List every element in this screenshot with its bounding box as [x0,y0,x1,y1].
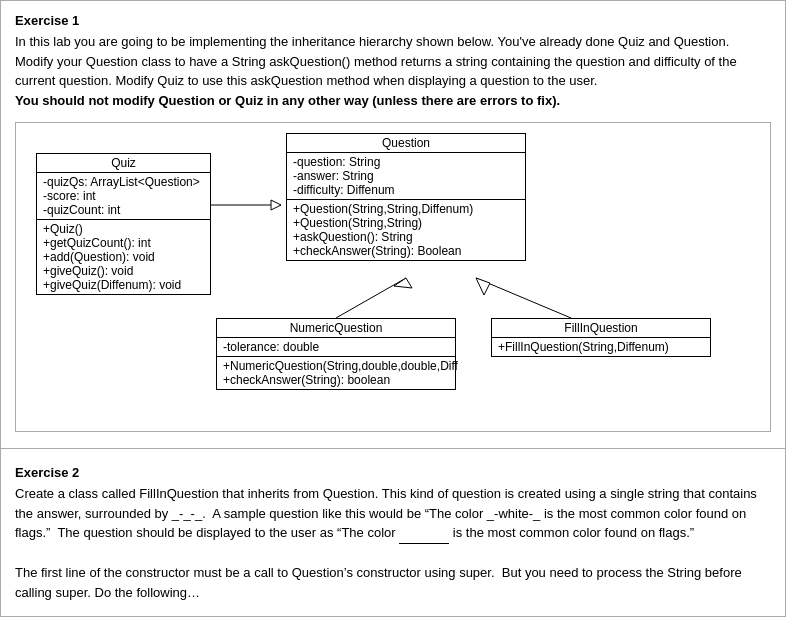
numeric-attributes: -tolerance: double [217,338,455,357]
quiz-method-2: +getQuizCount(): int [43,236,204,250]
svg-line-3 [336,278,406,318]
numeric-method-2: +checkAnswer(String): boolean [223,373,449,387]
quiz-attributes: -quizQs: ArrayList<Question> -score: int… [37,173,210,220]
numeric-title: NumericQuestion [217,319,455,338]
question-attr-1: -question: String [293,155,519,169]
quiz-uml-box: Quiz -quizQs: ArrayList<Question> -score… [36,153,211,295]
quiz-attr-3: -quizCount: int [43,203,204,217]
svg-marker-2 [271,200,281,210]
question-method-1: +Question(String,String,Diffenum) [293,202,519,216]
question-uml-box: Question -question: String -answer: Stri… [286,133,526,261]
exercise1-para2: Modify your Question class to have a Str… [15,52,771,91]
question-attr-3: -difficulty: Diffenum [293,183,519,197]
numeric-method-1: +NumericQuestion(String,double,double,Di… [223,359,449,373]
exercise1-para1: In this lab you are going to be implemen… [15,32,771,52]
quiz-method-3: +add(Question): void [43,250,204,264]
uml-diagram: Quiz -quizQs: ArrayList<Question> -score… [15,122,771,432]
quiz-attr-2: -score: int [43,189,204,203]
question-method-4: +checkAnswer(String): Boolean [293,244,519,258]
question-attr-2: -answer: String [293,169,519,183]
quiz-method-4: +giveQuiz(): void [43,264,204,278]
blank-span [399,523,449,544]
quiz-title: Quiz [37,154,210,173]
quiz-method-1: +Quiz() [43,222,204,236]
question-attributes: -question: String -answer: String -diffi… [287,153,525,200]
exercise1-section: Exercise 1 In this lab you are going to … [0,0,786,449]
exercise2-title: Exercise 2 [15,465,771,480]
exercise1-title: Exercise 1 [15,13,771,28]
question-method-3: +askQuestion(): String [293,230,519,244]
quiz-method-5: +giveQuiz(Diffenum): void [43,278,204,292]
numeric-attr-1: -tolerance: double [223,340,449,354]
exercise2-para3: The first line of the constructor must b… [15,563,771,602]
quiz-attr-1: -quizQs: ArrayList<Question> [43,175,204,189]
numeric-methods: +NumericQuestion(String,double,double,Di… [217,357,455,389]
exercise2-para1: Create a class called FillInQuestion tha… [15,484,771,544]
fillin-method-1: +FillInQuestion(String,Diffenum) [498,340,704,354]
exercise1-para3: You should not modify Question or Quiz i… [15,91,771,111]
svg-marker-6 [476,278,490,295]
fillin-uml-box: FillInQuestion +FillInQuestion(String,Di… [491,318,711,357]
question-methods: +Question(String,String,Diffenum) +Quest… [287,200,525,260]
exercise2-section: Exercise 2 Create a class called FillInQ… [0,449,786,617]
question-title: Question [287,134,525,153]
svg-line-5 [476,278,571,318]
numeric-uml-box: NumericQuestion -tolerance: double +Nume… [216,318,456,390]
question-method-2: +Question(String,String) [293,216,519,230]
quiz-methods: +Quiz() +getQuizCount(): int +add(Questi… [37,220,210,294]
fillin-title: FillInQuestion [492,319,710,338]
fillin-methods: +FillInQuestion(String,Diffenum) [492,338,710,356]
svg-marker-4 [394,278,412,288]
